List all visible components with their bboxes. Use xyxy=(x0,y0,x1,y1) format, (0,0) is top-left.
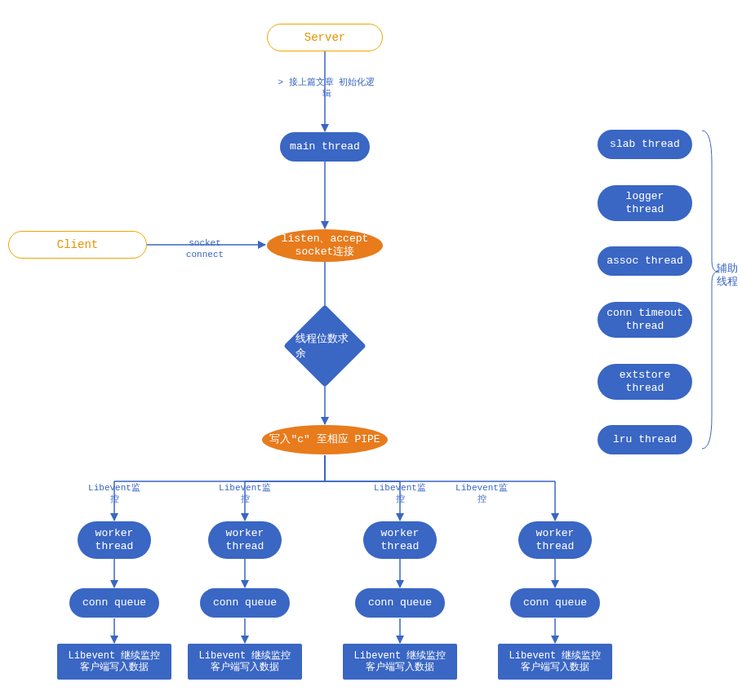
libevent-monitor-label-3: Libevent监控 xyxy=(371,483,429,506)
libevent-monitor-label-1: Libevent监控 xyxy=(86,483,143,506)
edge-init-label: > 接上篇文章 初始化逻辑 xyxy=(278,78,375,100)
thread-mod-decision: 线程位数求余 xyxy=(295,317,354,375)
logger-thread-node: logger thread xyxy=(598,185,692,221)
conn-queue-node-2: conn queue xyxy=(200,588,290,618)
worker-thread-node-4: worker thread xyxy=(518,521,592,559)
assoc-thread-node: assoc thread xyxy=(598,246,692,276)
libevent-box-3: Libevent 继续监控 客户端写入数据 xyxy=(343,644,457,680)
server-node: Server xyxy=(267,24,383,51)
libevent-box-label-3: Libevent 继续监控 客户端写入数据 xyxy=(354,650,447,674)
edge-socket-connect-label: socket connect xyxy=(168,238,242,261)
conn-queue-label-3: conn queue xyxy=(368,596,432,609)
conn-timeout-thread-node: conn timeout thread xyxy=(598,302,692,338)
lru-thread-label: lru thread xyxy=(613,433,677,446)
worker-thread-label-1: worker thread xyxy=(96,527,134,552)
libevent-box-2: Libevent 继续监控 客户端写入数据 xyxy=(188,644,302,680)
worker-thread-node-3: worker thread xyxy=(363,521,437,559)
libevent-box-label-4: Libevent 继续监控 客户端写入数据 xyxy=(509,650,602,674)
conn-timeout-thread-label: conn timeout thread xyxy=(606,307,683,332)
extstore-thread-label: extstore thread xyxy=(620,369,670,394)
conn-queue-label-4: conn queue xyxy=(523,596,587,609)
flowchart-canvas: Server Client > 接上篇文章 初始化逻辑 main thread … xyxy=(0,0,742,700)
write-c-pipe-node: 写入"c" 至相应 PIPE xyxy=(262,425,388,454)
libevent-box-label-2: Libevent 继续监控 客户端写入数据 xyxy=(199,650,291,674)
conn-queue-label-2: conn queue xyxy=(213,596,277,609)
worker-thread-node-1: worker thread xyxy=(78,521,151,559)
worker-thread-label-4: worker thread xyxy=(536,527,575,552)
libevent-monitor-label-4: Libevent监控 xyxy=(453,483,510,506)
worker-thread-label-3: worker thread xyxy=(381,527,420,552)
main-thread-label: main thread xyxy=(290,140,360,153)
conn-queue-label-1: conn queue xyxy=(82,596,146,609)
listen-accept-label: listen、accept socket连接 xyxy=(282,233,369,258)
logger-thread-label: logger thread xyxy=(626,190,664,215)
helper-threads-bracket-label: 辅助 线程 xyxy=(717,263,741,290)
slab-thread-label: slab thread xyxy=(610,138,680,151)
listen-accept-node: listen、accept socket连接 xyxy=(267,229,383,262)
client-label: Client xyxy=(57,238,98,252)
main-thread-node: main thread xyxy=(280,132,370,162)
slab-thread-node: slab thread xyxy=(598,130,692,159)
write-c-pipe-label: 写入"c" 至相应 PIPE xyxy=(269,433,380,446)
worker-thread-label-2: worker thread xyxy=(226,527,264,552)
thread-mod-label: 线程位数求余 xyxy=(295,317,354,375)
server-label: Server xyxy=(304,31,345,45)
client-node: Client xyxy=(8,231,147,259)
lru-thread-node: lru thread xyxy=(598,425,692,454)
libevent-box-4: Libevent 继续监控 客户端写入数据 xyxy=(498,644,612,680)
worker-thread-node-2: worker thread xyxy=(208,521,282,559)
conn-queue-node-3: conn queue xyxy=(355,588,445,618)
assoc-thread-label: assoc thread xyxy=(606,255,683,268)
libevent-monitor-label-2: Libevent监控 xyxy=(216,483,273,506)
conn-queue-node-4: conn queue xyxy=(510,588,600,618)
conn-queue-node-1: conn queue xyxy=(69,588,159,618)
libevent-box-label-1: Libevent 继续监控 客户端写入数据 xyxy=(69,650,161,674)
extstore-thread-node: extstore thread xyxy=(598,364,692,400)
libevent-box-1: Libevent 继续监控 客户端写入数据 xyxy=(57,644,171,680)
